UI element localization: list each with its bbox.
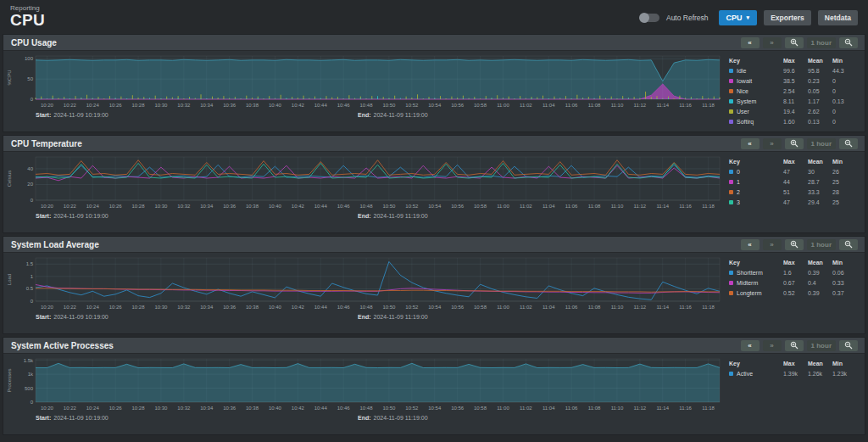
svg-text:50: 50 <box>27 76 33 81</box>
zoom-in-button[interactable] <box>785 239 804 250</box>
svg-text:10:52: 10:52 <box>405 103 419 108</box>
svg-text:10:44: 10:44 <box>314 305 328 310</box>
svg-text:11:10: 11:10 <box>611 406 624 411</box>
svg-text:10:52: 10:52 <box>405 305 419 310</box>
legend-key: Midterm <box>737 280 758 286</box>
svg-text:10:56: 10:56 <box>451 305 465 310</box>
series-color-dot <box>729 99 733 104</box>
panel-body: 05001k1.5k10:2010:2210:2410:2610:2810:30… <box>3 354 865 434</box>
step-back-button[interactable]: « <box>741 37 760 48</box>
svg-text:0: 0 <box>31 97 34 102</box>
panel-title: CPU Usage <box>11 38 57 48</box>
svg-text:11:02: 11:02 <box>520 103 532 108</box>
series-color-dot <box>729 109 733 114</box>
legend-header-mean: Mean <box>808 361 832 366</box>
legend-row: Midterm0.670.40.33 <box>729 277 858 288</box>
step-forward-button[interactable]: » <box>763 239 782 250</box>
series-color-dot <box>729 120 733 124</box>
legend-header-mean: Mean <box>808 159 832 165</box>
svg-text:10:32: 10:32 <box>177 103 191 108</box>
zoom-in-button[interactable] <box>785 340 804 351</box>
series-color-dot <box>729 69 733 73</box>
scope-dropdown-label: CPU <box>726 14 743 22</box>
svg-text:10:56: 10:56 <box>451 204 465 209</box>
svg-text:11:08: 11:08 <box>588 305 601 310</box>
svg-text:10:58: 10:58 <box>474 305 487 310</box>
panel-system-load-average: System Load Average«»1 hour00.511.510:20… <box>3 236 865 334</box>
svg-text:11:10: 11:10 <box>611 204 624 209</box>
legend-header: KeyMaxMeanMin <box>729 358 858 368</box>
chart-cpu-temperature[interactable]: 0204010:2010:2210:2410:2610:2810:3010:32… <box>3 154 732 213</box>
svg-text:10:28: 10:28 <box>132 406 146 411</box>
legend-header-key: Key <box>729 361 783 366</box>
step-forward-button[interactable]: » <box>763 138 782 149</box>
zoom-range-button[interactable]: 1 hour <box>807 37 836 48</box>
svg-text:11:06: 11:06 <box>565 305 578 310</box>
exporters-button[interactable]: Exporters <box>764 10 811 25</box>
svg-text:11:06: 11:06 <box>565 204 578 209</box>
legend-header-max: Max <box>783 361 808 366</box>
svg-text:10:40: 10:40 <box>269 103 282 108</box>
netdata-button[interactable]: Netdata <box>818 10 858 25</box>
svg-text:10:58: 10:58 <box>474 103 487 108</box>
svg-text:10:34: 10:34 <box>200 103 214 108</box>
svg-text:11:18: 11:18 <box>702 406 715 411</box>
svg-text:10:50: 10:50 <box>382 406 396 411</box>
zoom-in-button[interactable] <box>785 37 804 48</box>
svg-text:10:32: 10:32 <box>177 406 191 411</box>
svg-text:10:56: 10:56 <box>451 103 465 108</box>
svg-text:11:02: 11:02 <box>520 406 532 411</box>
svg-text:10:26: 10:26 <box>109 406 123 411</box>
zoom-out-button[interactable] <box>839 340 858 351</box>
svg-text:%CPU: %CPU <box>7 70 12 85</box>
scope-dropdown-button[interactable]: CPU ▾ <box>719 10 758 25</box>
svg-text:10:54: 10:54 <box>428 204 442 209</box>
end-value: 2024-11-09 11:19:00 <box>374 415 428 421</box>
svg-text:11:16: 11:16 <box>679 204 692 209</box>
svg-text:11:14: 11:14 <box>656 406 669 411</box>
time-range: Start:2024-11-09 10:19:00End:2024-11-09 … <box>3 314 732 323</box>
panel-cpu-temperature: CPU Temperature«»1 hour0204010:2010:2210… <box>3 135 865 233</box>
svg-text:500: 500 <box>25 386 34 391</box>
svg-text:10:30: 10:30 <box>154 305 168 310</box>
end-value: 2024-11-09 11:19:00 <box>374 213 428 219</box>
zoom-in-button[interactable] <box>785 138 804 149</box>
zoom-out-button[interactable] <box>839 239 858 250</box>
step-forward-button[interactable]: » <box>763 340 782 351</box>
svg-text:Processes: Processes <box>7 368 12 392</box>
time-range: Start:2024-11-09 10:19:00End:2024-11-09 … <box>3 213 732 222</box>
auto-refresh-toggle[interactable] <box>641 14 659 22</box>
magnifier-plus-icon <box>790 139 798 148</box>
series-color-dot <box>729 291 733 295</box>
zoom-range-button[interactable]: 1 hour <box>807 340 836 351</box>
svg-text:10:56: 10:56 <box>451 406 465 411</box>
chart-cpu-usage[interactable]: 05010010:2010:2210:2410:2610:2810:3010:3… <box>3 53 732 112</box>
legend-header-max: Max <box>783 159 808 165</box>
legend-key: Active <box>737 371 753 377</box>
legend-min: 1.23k <box>832 371 857 377</box>
step-back-button[interactable]: « <box>741 340 760 351</box>
zoom-out-button[interactable] <box>839 138 858 149</box>
svg-text:10:24: 10:24 <box>86 204 100 209</box>
legend-header-key: Key <box>729 58 783 64</box>
zoom-out-button[interactable] <box>839 37 858 48</box>
step-back-button[interactable]: « <box>741 239 760 250</box>
zoom-range-button[interactable]: 1 hour <box>807 138 836 149</box>
step-forward-button[interactable]: » <box>763 37 782 48</box>
legend-key: 0 <box>737 169 740 175</box>
step-back-button[interactable]: « <box>741 138 760 149</box>
svg-text:10:42: 10:42 <box>292 204 305 209</box>
svg-text:11:08: 11:08 <box>588 204 601 209</box>
zoom-range-button[interactable]: 1 hour <box>807 239 836 250</box>
legend-header-mean: Mean <box>808 260 832 266</box>
end-label: End: <box>358 415 371 421</box>
start-value: 2024-11-09 10:19:00 <box>53 112 108 118</box>
chart-system-load-average[interactable]: 00.511.510:2010:2210:2410:2610:2810:3010… <box>3 255 732 314</box>
svg-text:10:40: 10:40 <box>269 204 282 209</box>
magnifier-minus-icon <box>844 139 853 148</box>
toggle-knob-icon <box>639 13 649 23</box>
chart-system-active-processes[interactable]: 05001k1.5k10:2010:2210:2410:2610:2810:30… <box>3 356 732 415</box>
title-block: Reporting CPU <box>10 4 45 29</box>
panel-header: CPU Temperature«»1 hour <box>3 136 865 152</box>
legend-min: 28 <box>832 189 857 195</box>
